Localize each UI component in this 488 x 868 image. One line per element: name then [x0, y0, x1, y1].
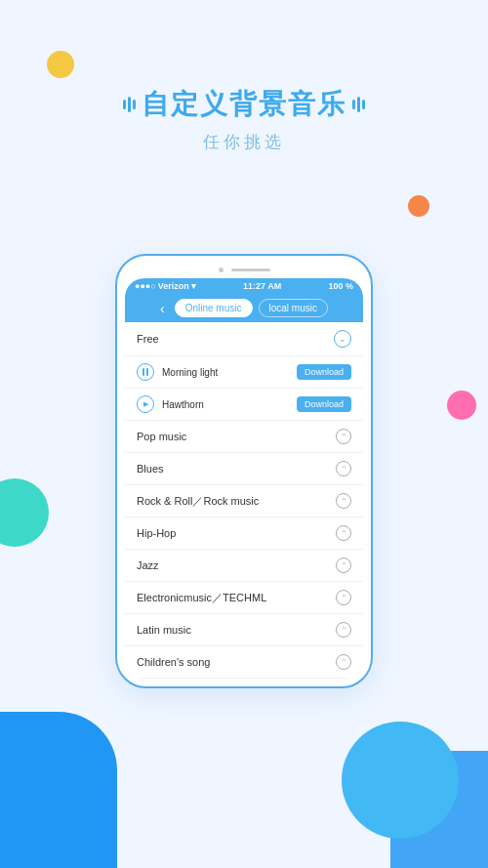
chevron-up-icon: ⌃ — [336, 461, 351, 476]
pause-bar-2 — [146, 368, 148, 376]
phone-outer: ●●●○ Verizon ▾ 11:27 AM 100 % ‹ Online m… — [115, 254, 373, 688]
category-label-hiphop: Hip-Hop — [137, 527, 176, 539]
phone-mockup: ●●●○ Verizon ▾ 11:27 AM 100 % ‹ Online m… — [115, 254, 373, 688]
status-bar: ●●●○ Verizon ▾ 11:27 AM 100 % — [125, 278, 363, 294]
play-icon[interactable]: ▶ — [137, 395, 154, 413]
wave-bar — [133, 100, 136, 109]
header-area: 自定义背景音乐 任你挑选 — [0, 86, 488, 153]
music-list: Free ⌄ Morning light Download — [125, 322, 363, 679]
wave-bar — [123, 100, 126, 109]
wave-bar — [128, 97, 131, 112]
back-button[interactable]: ‹ — [160, 301, 165, 316]
decoration-orange-circle — [408, 195, 429, 217]
chevron-down-icon: ⌄ — [334, 330, 351, 348]
category-row-blues[interactable]: Blues ⌃ — [125, 453, 363, 485]
decoration-blue-circle — [342, 722, 459, 839]
song-title-morning-light: Morning light — [162, 367, 218, 378]
chevron-up-icon: ⌃ — [336, 558, 351, 573]
chevron-up-icon: ⌃ — [336, 525, 351, 541]
category-row-pop[interactable]: Pop music ⌃ — [125, 421, 363, 453]
sound-wave-right — [352, 97, 365, 112]
category-label-children: Children's song — [137, 656, 210, 668]
chevron-up-icon: ⌃ — [336, 429, 351, 444]
category-row-children[interactable]: Children's song ⌃ — [125, 646, 363, 679]
status-signal: ●●●○ Verizon ▾ — [135, 281, 196, 291]
wifi-icon: ▾ — [191, 281, 196, 291]
category-label-blues: Blues — [137, 463, 164, 475]
wave-bar — [357, 97, 360, 112]
category-label-jazz: Jazz — [137, 559, 159, 571]
carrier: Verizon — [158, 281, 189, 291]
decoration-blue-left — [0, 712, 117, 868]
sound-wave-left — [123, 97, 136, 112]
wave-bar — [362, 100, 365, 109]
song-info-hawthorn: ▶ Hawthorn — [137, 395, 204, 413]
song-title-hawthorn: Hawthorn — [162, 399, 204, 410]
wave-bar — [352, 100, 355, 109]
category-row-rock[interactable]: Rock & Roll／Rock music ⌃ — [125, 485, 363, 517]
category-row-latin[interactable]: Latin music ⌃ — [125, 614, 363, 646]
title-text: 自定义背景音乐 — [142, 86, 346, 123]
download-button-morning-light[interactable]: Download — [297, 364, 351, 380]
category-row-electronic[interactable]: Electronicmusic／TECHML ⌃ — [125, 582, 363, 614]
title-subtitle: 任你挑选 — [0, 131, 488, 153]
chevron-up-icon: ⌃ — [336, 622, 351, 638]
category-label-latin: Latin music — [137, 624, 191, 636]
phone-dot — [219, 268, 224, 272]
phone-top-bar — [125, 264, 363, 278]
category-label-pop: Pop music — [137, 431, 186, 442]
phone-line — [231, 269, 270, 271]
song-row-morning-light[interactable]: Morning light Download — [125, 356, 363, 389]
category-label-electronic: Electronicmusic／TECHML — [137, 591, 266, 605]
category-row-free[interactable]: Free ⌄ — [125, 322, 363, 356]
battery-display: 100 % — [328, 281, 353, 291]
category-row-hiphop[interactable]: Hip-Hop ⌃ — [125, 517, 363, 550]
tab-online-music[interactable]: Online music — [175, 299, 253, 317]
decoration-teal-circle — [0, 478, 49, 547]
chevron-up-icon: ⌃ — [336, 654, 351, 670]
decoration-pink-circle — [447, 391, 476, 420]
download-button-hawthorn[interactable]: Download — [297, 396, 351, 412]
category-label-rock: Rock & Roll／Rock music — [137, 494, 259, 509]
time-display: 11:27 AM — [243, 281, 281, 291]
phone-screen: ●●●○ Verizon ▾ 11:27 AM 100 % ‹ Online m… — [125, 278, 363, 679]
page-title: 自定义背景音乐 — [0, 86, 488, 123]
nav-bar: ‹ Online music local music — [125, 294, 363, 322]
chevron-up-icon: ⌃ — [336, 493, 351, 509]
category-row-jazz[interactable]: Jazz ⌃ — [125, 550, 363, 582]
pause-bar-1 — [142, 368, 144, 376]
song-info-morning-light: Morning light — [137, 363, 218, 381]
signal-dots: ●●●○ — [135, 281, 156, 291]
pause-icon[interactable] — [137, 363, 154, 381]
category-label-free: Free — [137, 333, 159, 345]
song-row-hawthorn[interactable]: ▶ Hawthorn Download — [125, 389, 363, 421]
tab-local-music[interactable]: local music — [259, 299, 328, 317]
chevron-up-icon: ⌃ — [336, 590, 351, 605]
decoration-yellow-circle — [47, 51, 74, 78]
